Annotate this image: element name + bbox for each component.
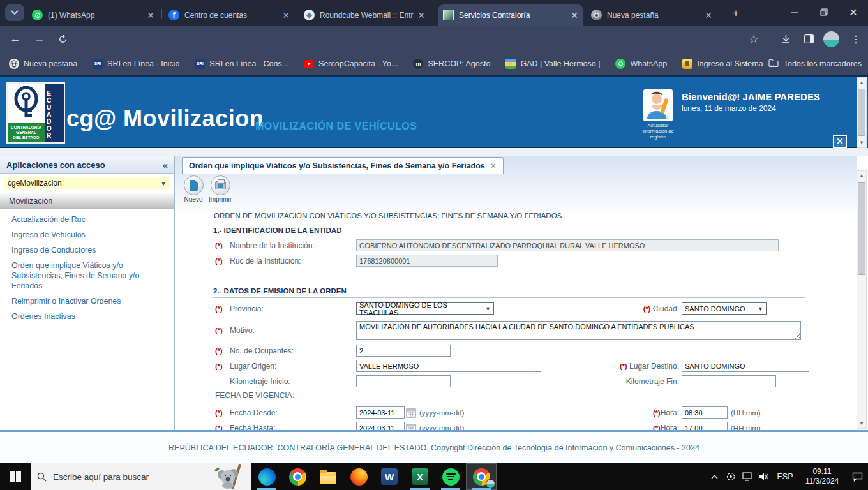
search-placeholder-text: Escribe aquí para buscar	[53, 472, 149, 482]
back-button[interactable]: ←	[6, 31, 24, 47]
scrollbar-thumb[interactable]	[858, 89, 865, 136]
ocupantes-input[interactable]	[356, 345, 451, 357]
user-avatar[interactable]	[643, 89, 673, 121]
sidebar-item-ingreso-conductores[interactable]: Ingreso de Conductores	[11, 243, 168, 257]
notification-center-icon[interactable]	[846, 463, 868, 490]
reload-button[interactable]	[54, 31, 71, 47]
start-button[interactable]	[0, 463, 31, 490]
bookmark-nueva-pestana[interactable]: Nueva pestaña	[9, 59, 77, 69]
bookmark-gad-valle-hermoso[interactable]: GAD | Valle Hermoso |	[505, 59, 600, 69]
profile-avatar[interactable]	[823, 31, 839, 47]
bookmark-sercopcapacita[interactable]: SercopCapacita - Yo...	[304, 59, 398, 69]
all-bookmarks-button[interactable]: Todos los marcadores	[784, 59, 862, 68]
tab-close-icon[interactable]: ✕	[571, 10, 578, 20]
taskbar-firefox[interactable]	[343, 463, 374, 490]
hora-desde-input[interactable]	[682, 406, 728, 419]
taskbar-chrome[interactable]	[282, 463, 313, 490]
tab-close-icon[interactable]: ✕	[282, 10, 290, 20]
logo-text: DEL ESTADO	[8, 135, 45, 140]
ciudad-select[interactable]: SANTO DOMINGO ▼	[682, 302, 767, 315]
work-tab-orden-viaticos[interactable]: Orden que implique Viáticos y/o Subsiste…	[182, 157, 504, 174]
scroll-down-icon[interactable]: ▼	[857, 138, 866, 147]
fecha-hasta-input[interactable]	[356, 422, 405, 430]
window-restore-button[interactable]	[809, 0, 839, 24]
bookmark-sri-consultas[interactable]: SRI SRI en Línea - Cons...	[195, 59, 288, 69]
downloads-icon[interactable]	[777, 31, 794, 47]
scroll-up-icon[interactable]: ▲	[857, 78, 866, 87]
section1-header: 1.- IDENTIFICACION DE LA ENTIDAD	[213, 226, 805, 237]
taskbar-search[interactable]: Escribe aquí para buscar	[31, 463, 251, 490]
forward-button[interactable]: →	[31, 31, 49, 47]
content-scrollbar[interactable]: ▲ ▼	[857, 170, 867, 429]
scrollbar-thumb[interactable]	[858, 182, 865, 275]
sidebar-item-actualizacion-ruc[interactable]: Actualización de Ruc	[11, 212, 168, 226]
application-select-value: cgeMovilizacion	[8, 179, 62, 188]
tab-new-tab[interactable]: Nueva pestaña ✕	[586, 4, 717, 26]
new-tab-button[interactable]: +	[729, 6, 743, 20]
field-row-fecha-desde: (*) Fecha Desde: (yyyy-mm-dd)	[215, 406, 464, 419]
km-inicio-input[interactable]	[356, 375, 451, 387]
sidebar-item-ingreso-vehiculos[interactable]: Ingreso de Vehículos	[11, 228, 168, 242]
window-close-button[interactable]: ✕	[839, 0, 868, 24]
sidebar-item-reimprimir-inactivar[interactable]: Reimprimir o Inactivar Ordenes	[11, 294, 168, 308]
scroll-down-icon[interactable]: ▼	[857, 419, 866, 428]
tab-whatsapp[interactable]: (1) WhatsApp ✕	[27, 4, 160, 26]
lugar-destino-input[interactable]	[682, 360, 809, 372]
menu-dots-icon[interactable]: ⋮	[848, 31, 864, 47]
field-row-hora-desde: (*)Hora: (HH:mm)	[532, 406, 761, 419]
calendar-icon[interactable]	[406, 408, 416, 418]
tab-close-icon[interactable]: ✕	[147, 10, 154, 20]
ocupantes-label: No. de Ocupantes:	[230, 346, 356, 355]
tab-close-icon[interactable]: ✕	[417, 10, 425, 20]
chrome-icon	[591, 10, 602, 20]
taskbar-chrome-active[interactable]	[466, 463, 497, 490]
capture-tray-icon[interactable]	[722, 463, 739, 490]
side-panel-icon[interactable]	[800, 31, 817, 47]
tab-servicios-contraloria-active[interactable]: Servicios Contraloría ✕	[438, 4, 583, 26]
hora-hasta-hint: (HH:mm)	[731, 424, 761, 431]
calendar-icon[interactable]	[406, 423, 416, 431]
tab-facebook[interactable]: f Centro de cuentas ✕	[163, 4, 295, 26]
language-indicator[interactable]: ESP	[772, 472, 798, 481]
collapse-sidebar-icon[interactable]: «	[163, 160, 168, 170]
lugar-origen-input[interactable]	[356, 360, 541, 372]
taskbar-edge[interactable]	[251, 463, 282, 490]
hora-hasta-label: (*)Hora:	[532, 424, 679, 431]
application-select[interactable]: cgeMovilizacion ▼	[4, 177, 170, 189]
network-tray-icon[interactable]	[739, 463, 756, 490]
sidebar-item-orden-viaticos[interactable]: Orden que implique Viáticos y/o Subsiste…	[11, 258, 168, 293]
nombre-institucion-input[interactable]	[356, 239, 779, 251]
scroll-up-icon[interactable]: ▲	[857, 171, 866, 181]
tab-roundcube[interactable]: ◆ Roundcube Webmail :: Entra ✕	[299, 4, 430, 26]
tab-search-button[interactable]	[5, 4, 24, 21]
field-row-lugar-origen: (*) Lugar Origen:	[215, 360, 541, 372]
bookmarks-overflow-icon[interactable]: »	[744, 58, 749, 69]
work-tab-close-icon[interactable]: ✕	[490, 161, 497, 170]
fecha-desde-input[interactable]	[356, 406, 405, 419]
taskbar-word[interactable]: W	[374, 463, 405, 490]
new-order-button[interactable]: Nuevo	[179, 175, 208, 203]
tab-close-icon[interactable]: ✕	[705, 10, 712, 20]
sidebar-item-ordenes-inactivas[interactable]: Ordenes Inactivas	[11, 309, 168, 323]
km-fin-input[interactable]	[682, 375, 776, 387]
taskbar-excel[interactable]: X	[405, 463, 435, 490]
motivo-textarea[interactable]: MOVILIZACIÓN DE AUTORIDADES HACIA LA CIU…	[356, 321, 801, 340]
print-button[interactable]: Imprimir	[206, 175, 235, 203]
window-minimize-button[interactable]	[780, 0, 809, 24]
hidden-icons-chevron[interactable]	[706, 463, 722, 490]
hora-hasta-input[interactable]	[682, 422, 728, 430]
taskbar-spotify[interactable]	[435, 463, 466, 490]
provincia-select[interactable]: SANTO DOMINGO DE LOS TSACHILAS ▼	[356, 302, 494, 315]
page-scrollbar[interactable]: ▲ ▼	[857, 77, 867, 148]
banner-close-button[interactable]: ✕	[833, 135, 847, 148]
bookmark-star-icon[interactable]: ☆	[745, 31, 762, 47]
clock[interactable]: 09:11 11/3/2024	[798, 467, 846, 486]
ruc-institucion-input[interactable]	[356, 255, 498, 267]
sidebar-group-movilizacion[interactable]: Movilización	[0, 193, 174, 209]
bookmark-sercop-agosto[interactable]: m SERCOP: Agosto	[413, 59, 490, 69]
volume-tray-icon[interactable]	[756, 463, 772, 490]
taskbar-file-explorer[interactable]	[313, 463, 343, 490]
koala-image	[208, 464, 248, 489]
bookmark-sri-inicio[interactable]: SRI SRI en Línea - Inicio	[93, 59, 179, 69]
bookmark-whatsapp[interactable]: WhatsApp	[615, 59, 667, 69]
